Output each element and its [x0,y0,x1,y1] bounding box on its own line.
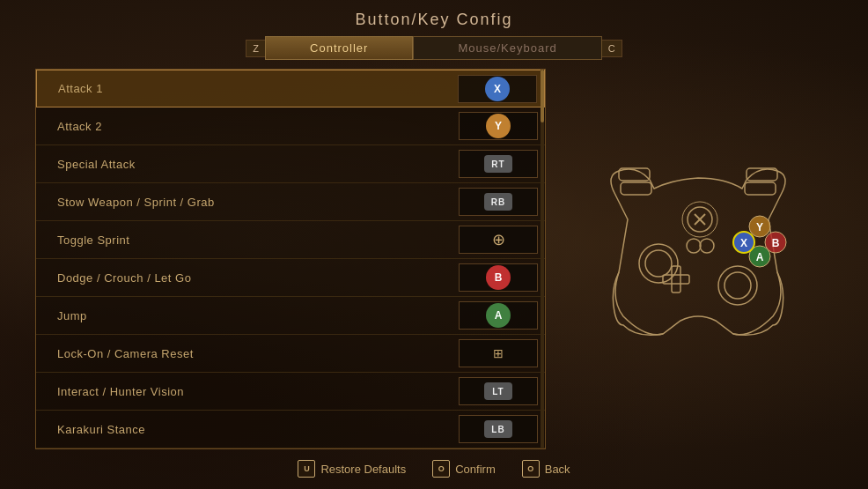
row-binding: ⊞ [459,339,538,367]
trigger-badge: RT [484,155,512,173]
config-list: Attack 1 X Attack 2 Y Special Attack RT … [35,69,546,449]
svg-point-10 [687,239,701,253]
row-label: Special Attack [40,158,459,171]
confirm-label: Confirm [455,463,496,476]
table-row[interactable]: Lock-On / Camera Reset ⊞ [36,335,545,373]
tabs-row: Z Controller Mouse/Keyboard C [0,36,868,60]
row-binding: LT [459,377,538,405]
svg-point-11 [700,239,714,253]
row-binding: X [458,75,537,103]
svg-text:B: B [772,237,780,249]
button-badge: Y [486,114,511,138]
dpad-badge: ⊕ [492,230,505,249]
table-row[interactable]: Attack 2 Y [36,107,545,145]
trigger-left-badge: LT [484,382,512,400]
row-binding: RB [459,188,538,216]
restore-icon: U [298,460,315,478]
tab-right-icon: C [602,40,622,57]
dpad2-badge: ⊞ [493,346,504,360]
confirm-icon: O [432,460,450,478]
row-label: Attack 1 [40,82,458,95]
button-badge: B [486,265,511,290]
button-badge: X [485,77,510,101]
scrollbar-thumb [541,70,544,122]
row-binding: A [459,301,538,330]
svg-point-7 [725,272,751,299]
table-row[interactable]: Stow Weapon / Sprint / Grab RB [36,183,545,221]
shoulder-badge: RB [484,193,512,211]
back-icon: O [522,460,540,478]
table-row[interactable]: Interact / Hunter Vision LT [36,373,545,411]
row-label: Lock-On / Camera Reset [40,347,459,360]
button-badge: A [486,303,511,328]
row-label: Toggle Sprint [40,233,459,247]
svg-text:A: A [756,251,764,263]
row-label: Attack 2 [40,120,459,133]
tab-controller[interactable]: Controller [265,36,413,60]
main-content: Attack 1 X Attack 2 Y Special Attack RT … [0,69,868,449]
row-binding: ⊕ [459,226,538,254]
row-binding: LB [459,415,538,443]
controller-image: Y B A X [566,149,830,352]
row-label: Interact / Hunter Vision [40,385,459,398]
tab-mouse-keyboard[interactable]: Mouse/Keyboard [413,36,601,60]
scrollbar[interactable] [541,70,544,448]
row-binding: B [459,263,538,292]
svg-rect-0 [621,182,651,195]
row-binding: RT [459,150,538,178]
table-row[interactable]: Karakuri Stance LB [36,411,545,448]
confirm-action[interactable]: O Confirm [432,460,496,478]
back-action[interactable]: O Back [522,460,570,478]
table-row[interactable]: Special Attack RT [36,145,545,183]
svg-rect-9 [663,275,689,284]
bottom-bar: U Restore Defaults O Confirm O Back [0,453,868,485]
row-binding: Y [459,112,538,140]
svg-point-5 [645,250,672,277]
back-label: Back [545,463,570,476]
svg-text:Y: Y [756,221,763,233]
restore-label: Restore Defaults [320,463,406,476]
row-label: Stow Weapon / Sprint / Grab [40,196,459,209]
shoulder-left-badge: LB [484,420,512,438]
table-row[interactable]: Toggle Sprint ⊕ [36,221,545,259]
svg-text:X: X [740,237,747,249]
row-label: Jump [40,309,459,322]
restore-defaults-action[interactable]: U Restore Defaults [298,460,406,478]
table-row[interactable]: Jump A [36,297,545,335]
svg-rect-1 [745,182,776,195]
table-row[interactable]: Attack 1 X [36,70,545,107]
page-title: Button/Key Config [0,0,868,36]
table-row[interactable]: Dodge / Crouch / Let Go B [36,259,545,297]
row-label: Dodge / Crouch / Let Go [40,271,459,285]
row-label: Karakuri Stance [40,423,459,436]
controller-area: Y B A X [563,69,833,449]
tab-left-icon: Z [246,40,265,57]
